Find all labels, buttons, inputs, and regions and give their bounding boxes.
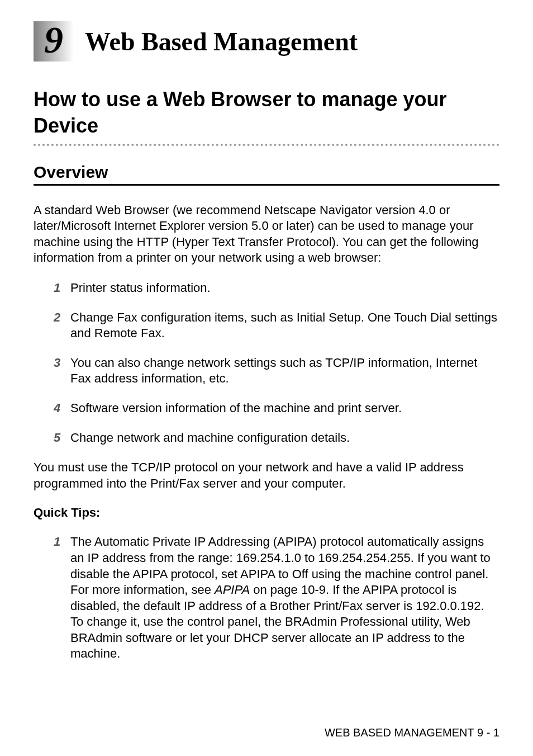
list-item: 1 Printer status information. [54, 280, 499, 296]
list-item: 4 Software version information of the ma… [54, 400, 499, 417]
list-item: 1 The Automatic Private IP Addressing (A… [54, 534, 499, 662]
list-item: 2 Change Fax configuration items, such a… [54, 310, 499, 342]
intro-paragraph: A standard Web Browser (we recommend Net… [34, 202, 499, 266]
list-item: 3 You can also change network settings s… [54, 355, 499, 387]
reference-link[interactable]: APIPA [215, 583, 250, 597]
list-number: 3 [54, 355, 70, 387]
list-text: Change Fax configuration items, such as … [70, 310, 499, 342]
list-text: The Automatic Private IP Addressing (API… [70, 534, 499, 662]
subsection-title: Overview [34, 163, 499, 182]
quick-tips-list: 1 The Automatic Private IP Addressing (A… [54, 534, 499, 662]
list-item: 5 Change network and machine configurati… [54, 430, 499, 446]
chapter-number-badge: 9 [34, 21, 74, 62]
requirement-paragraph: You must use the TCP/IP protocol on your… [34, 460, 499, 492]
list-text: Software version information of the mach… [70, 400, 499, 417]
quick-tips-label: Quick Tips: [34, 505, 499, 520]
chapter-header: 9 Web Based Management [34, 21, 499, 62]
list-number: 1 [54, 280, 70, 296]
list-text: Change network and machine configuration… [70, 430, 499, 446]
feature-list: 1 Printer status information. 2 Change F… [54, 280, 499, 446]
chapter-number: 9 [44, 21, 63, 59]
list-number: 5 [54, 430, 70, 446]
list-number: 1 [54, 534, 70, 662]
section-underline [34, 144, 499, 146]
chapter-title: Web Based Management [85, 27, 358, 56]
subsection-underline [34, 184, 499, 186]
section-title: How to use a Web Browser to manage your … [34, 87, 499, 139]
list-text: You can also change network settings suc… [70, 355, 499, 387]
list-text: Printer status information. [70, 280, 499, 296]
list-number: 4 [54, 400, 70, 417]
list-number: 2 [54, 310, 70, 342]
page-footer: WEB BASED MANAGEMENT 9 - 1 [325, 726, 499, 739]
